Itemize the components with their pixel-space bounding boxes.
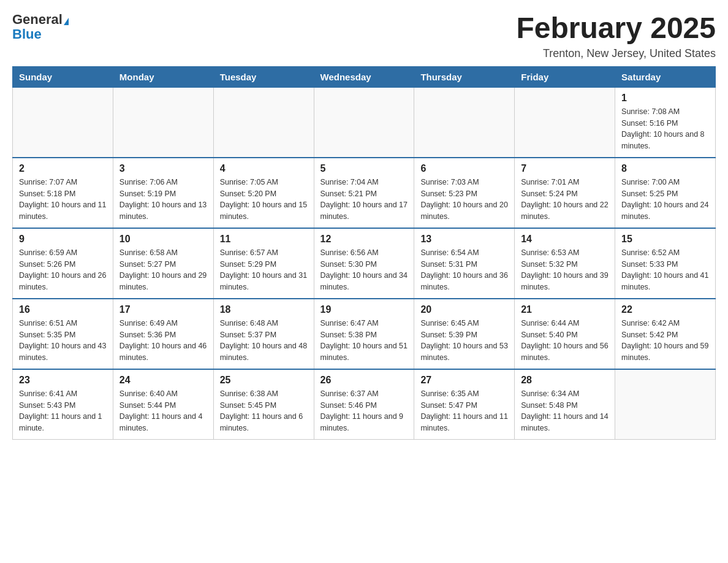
day-number: 10 — [119, 234, 207, 245]
day-info: Sunrise: 6:44 AMSunset: 5:40 PMDaylight:… — [521, 318, 609, 364]
day-info: Sunrise: 7:04 AMSunset: 5:21 PMDaylight:… — [320, 177, 408, 223]
day-number: 16 — [19, 304, 107, 315]
day-info: Sunrise: 7:00 AMSunset: 5:25 PMDaylight:… — [621, 177, 709, 223]
weekday-header-saturday: Saturday — [615, 66, 716, 87]
calendar-day-cell: 16Sunrise: 6:51 AMSunset: 5:35 PMDayligh… — [13, 299, 113, 369]
day-info: Sunrise: 6:38 AMSunset: 5:45 PMDaylight:… — [220, 388, 308, 434]
month-year-title: February 2025 — [516, 12, 716, 45]
calendar-day-cell: 8Sunrise: 7:00 AMSunset: 5:25 PMDaylight… — [615, 158, 716, 228]
day-number: 19 — [320, 304, 408, 315]
day-number: 21 — [521, 304, 609, 315]
day-number: 18 — [220, 304, 308, 315]
weekday-header-monday: Monday — [113, 66, 213, 87]
location-subtitle: Trenton, New Jersey, United States — [516, 47, 716, 60]
day-info: Sunrise: 6:41 AMSunset: 5:43 PMDaylight:… — [19, 388, 107, 434]
calendar-week-row: 23Sunrise: 6:41 AMSunset: 5:43 PMDayligh… — [13, 369, 716, 440]
weekday-header-friday: Friday — [515, 66, 615, 87]
calendar-day-cell: 21Sunrise: 6:44 AMSunset: 5:40 PMDayligh… — [515, 299, 615, 369]
calendar-day-cell: 17Sunrise: 6:49 AMSunset: 5:36 PMDayligh… — [113, 299, 213, 369]
day-info: Sunrise: 6:54 AMSunset: 5:31 PMDaylight:… — [420, 247, 508, 293]
day-number: 12 — [320, 234, 408, 245]
day-number: 5 — [320, 163, 408, 174]
day-info: Sunrise: 7:07 AMSunset: 5:18 PMDaylight:… — [19, 177, 107, 223]
day-info: Sunrise: 7:06 AMSunset: 5:19 PMDaylight:… — [119, 177, 207, 223]
calendar-day-cell — [615, 369, 716, 440]
day-info: Sunrise: 6:56 AMSunset: 5:30 PMDaylight:… — [320, 247, 408, 293]
calendar-day-cell: 28Sunrise: 6:34 AMSunset: 5:48 PMDayligh… — [515, 369, 615, 440]
day-number: 23 — [19, 375, 107, 386]
day-info: Sunrise: 6:37 AMSunset: 5:46 PMDaylight:… — [320, 388, 408, 434]
calendar-day-cell: 19Sunrise: 6:47 AMSunset: 5:38 PMDayligh… — [314, 299, 414, 369]
calendar-day-cell: 27Sunrise: 6:35 AMSunset: 5:47 PMDayligh… — [414, 369, 515, 440]
calendar-day-cell — [515, 87, 615, 158]
calendar-day-cell: 22Sunrise: 6:42 AMSunset: 5:42 PMDayligh… — [615, 299, 716, 369]
day-number: 15 — [621, 234, 709, 245]
day-number: 6 — [420, 163, 508, 174]
calendar-day-cell: 3Sunrise: 7:06 AMSunset: 5:19 PMDaylight… — [113, 158, 213, 228]
day-number: 27 — [420, 375, 508, 386]
day-number: 3 — [119, 163, 207, 174]
calendar-day-cell: 4Sunrise: 7:05 AMSunset: 5:20 PMDaylight… — [213, 158, 314, 228]
day-info: Sunrise: 6:45 AMSunset: 5:39 PMDaylight:… — [420, 318, 508, 364]
day-number: 4 — [220, 163, 308, 174]
day-info: Sunrise: 6:42 AMSunset: 5:42 PMDaylight:… — [621, 318, 709, 364]
day-info: Sunrise: 7:01 AMSunset: 5:24 PMDaylight:… — [521, 177, 609, 223]
day-info: Sunrise: 6:40 AMSunset: 5:44 PMDaylight:… — [119, 388, 207, 434]
logo-general-text: General — [12, 12, 63, 27]
day-info: Sunrise: 6:58 AMSunset: 5:27 PMDaylight:… — [119, 247, 207, 293]
day-number: 17 — [119, 304, 207, 315]
weekday-header-wednesday: Wednesday — [314, 66, 414, 87]
day-number: 26 — [320, 375, 408, 386]
calendar-week-row: 16Sunrise: 6:51 AMSunset: 5:35 PMDayligh… — [13, 299, 716, 369]
day-info: Sunrise: 7:05 AMSunset: 5:20 PMDaylight:… — [220, 177, 308, 223]
calendar-week-row: 9Sunrise: 6:59 AMSunset: 5:26 PMDaylight… — [13, 228, 716, 299]
calendar-day-cell: 5Sunrise: 7:04 AMSunset: 5:21 PMDaylight… — [314, 158, 414, 228]
day-number: 25 — [220, 375, 308, 386]
day-info: Sunrise: 6:47 AMSunset: 5:38 PMDaylight:… — [320, 318, 408, 364]
calendar-day-cell — [13, 87, 113, 158]
calendar-day-cell: 11Sunrise: 6:57 AMSunset: 5:29 PMDayligh… — [213, 228, 314, 299]
day-number: 7 — [521, 163, 609, 174]
day-info: Sunrise: 6:48 AMSunset: 5:37 PMDaylight:… — [220, 318, 308, 364]
weekday-header-sunday: Sunday — [13, 66, 113, 87]
page-header: General Blue February 2025 Trenton, New … — [12, 12, 716, 60]
calendar-day-cell: 18Sunrise: 6:48 AMSunset: 5:37 PMDayligh… — [213, 299, 314, 369]
day-number: 1 — [621, 93, 709, 104]
weekday-header-tuesday: Tuesday — [213, 66, 314, 87]
calendar-day-cell: 2Sunrise: 7:07 AMSunset: 5:18 PMDaylight… — [13, 158, 113, 228]
calendar-day-cell — [213, 87, 314, 158]
day-number: 9 — [19, 234, 107, 245]
day-info: Sunrise: 6:53 AMSunset: 5:32 PMDaylight:… — [521, 247, 609, 293]
day-info: Sunrise: 6:51 AMSunset: 5:35 PMDaylight:… — [19, 318, 107, 364]
calendar-day-cell: 12Sunrise: 6:56 AMSunset: 5:30 PMDayligh… — [314, 228, 414, 299]
calendar-day-cell: 14Sunrise: 6:53 AMSunset: 5:32 PMDayligh… — [515, 228, 615, 299]
calendar-day-cell: 13Sunrise: 6:54 AMSunset: 5:31 PMDayligh… — [414, 228, 515, 299]
calendar-week-row: 1Sunrise: 7:08 AMSunset: 5:16 PMDaylight… — [13, 87, 716, 158]
weekday-header-row: SundayMondayTuesdayWednesdayThursdayFrid… — [13, 66, 716, 87]
day-info: Sunrise: 7:03 AMSunset: 5:23 PMDaylight:… — [420, 177, 508, 223]
calendar-day-cell: 15Sunrise: 6:52 AMSunset: 5:33 PMDayligh… — [615, 228, 716, 299]
logo-triangle-icon — [64, 18, 69, 25]
calendar-day-cell — [314, 87, 414, 158]
calendar-day-cell — [414, 87, 515, 158]
day-number: 24 — [119, 375, 207, 386]
day-number: 2 — [19, 163, 107, 174]
calendar-day-cell: 23Sunrise: 6:41 AMSunset: 5:43 PMDayligh… — [13, 369, 113, 440]
calendar-day-cell: 9Sunrise: 6:59 AMSunset: 5:26 PMDaylight… — [13, 228, 113, 299]
day-info: Sunrise: 6:34 AMSunset: 5:48 PMDaylight:… — [521, 388, 609, 434]
calendar-day-cell: 7Sunrise: 7:01 AMSunset: 5:24 PMDaylight… — [515, 158, 615, 228]
calendar-day-cell: 25Sunrise: 6:38 AMSunset: 5:45 PMDayligh… — [213, 369, 314, 440]
day-number: 22 — [621, 304, 709, 315]
logo-blue-text: Blue — [12, 26, 42, 42]
day-number: 28 — [521, 375, 609, 386]
day-number: 20 — [420, 304, 508, 315]
day-number: 8 — [621, 163, 709, 174]
day-number: 11 — [220, 234, 308, 245]
day-info: Sunrise: 7:08 AMSunset: 5:16 PMDaylight:… — [621, 106, 709, 152]
title-section: February 2025 Trenton, New Jersey, Unite… — [516, 12, 716, 60]
calendar-week-row: 2Sunrise: 7:07 AMSunset: 5:18 PMDaylight… — [13, 158, 716, 228]
day-number: 13 — [420, 234, 508, 245]
calendar-day-cell: 24Sunrise: 6:40 AMSunset: 5:44 PMDayligh… — [113, 369, 213, 440]
day-info: Sunrise: 6:57 AMSunset: 5:29 PMDaylight:… — [220, 247, 308, 293]
calendar-day-cell: 26Sunrise: 6:37 AMSunset: 5:46 PMDayligh… — [314, 369, 414, 440]
